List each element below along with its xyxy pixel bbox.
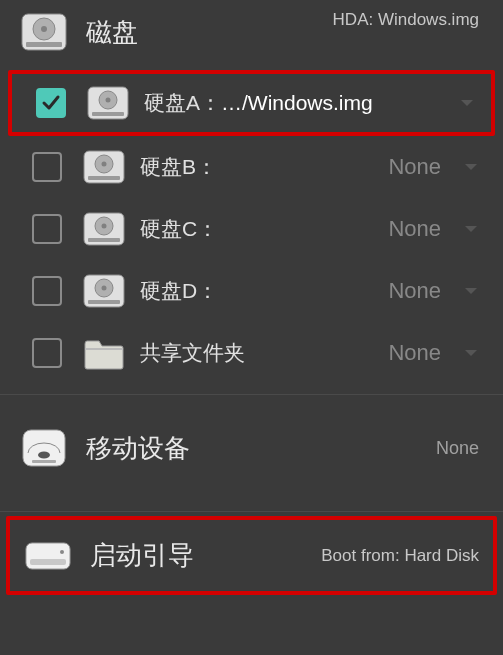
svg-point-6 (106, 98, 111, 103)
boot-title: 启动引导 (90, 538, 321, 573)
svg-rect-7 (92, 112, 124, 116)
disk-a-checkbox[interactable] (36, 88, 66, 118)
folder-icon (82, 335, 126, 371)
disk-b-label: 硬盘B： (140, 153, 217, 181)
svg-point-14 (102, 224, 107, 229)
disk-c-checkbox[interactable] (32, 214, 62, 244)
disk-b-value: None (388, 154, 441, 180)
shared-folder-checkbox[interactable] (32, 338, 62, 368)
disk-row-c[interactable]: 硬盘C： None (0, 198, 503, 260)
hard-disk-icon (82, 149, 126, 185)
disk-d-checkbox[interactable] (32, 276, 62, 306)
svg-rect-19 (88, 300, 120, 304)
shared-folder-value: None (388, 340, 441, 366)
boot-section-header[interactable]: 启动引导 Boot from: Hard Disk (6, 516, 497, 595)
disk-c-value: None (388, 216, 441, 242)
disk-d-label: 硬盘D： (140, 277, 218, 305)
removable-section-header[interactable]: 移动设备 None (0, 395, 503, 501)
chevron-down-icon[interactable] (461, 346, 481, 360)
disk-row-d[interactable]: 硬盘D： None (0, 260, 503, 322)
hard-disk-icon (20, 12, 68, 52)
svg-rect-23 (32, 460, 56, 463)
check-icon (41, 93, 61, 113)
chevron-down-icon[interactable] (461, 284, 481, 298)
svg-point-22 (38, 452, 50, 459)
svg-rect-20 (85, 348, 123, 350)
svg-point-2 (41, 26, 47, 32)
svg-point-10 (102, 162, 107, 167)
hard-disk-icon (82, 211, 126, 247)
disk-a-value: …/Windows.img (221, 91, 443, 115)
removable-title: 移动设备 (86, 431, 436, 466)
svg-point-18 (102, 286, 107, 291)
disks-section-header[interactable]: 磁盘 HDA: Windows.img (0, 0, 503, 70)
disk-b-checkbox[interactable] (32, 152, 62, 182)
shared-folder-label: 共享文件夹 (140, 339, 245, 367)
disk-c-label: 硬盘C： (140, 215, 218, 243)
removable-value: None (436, 438, 479, 459)
chevron-down-icon[interactable] (461, 222, 481, 236)
chevron-down-icon[interactable] (461, 160, 481, 174)
chevron-down-icon[interactable] (457, 96, 477, 110)
boot-subtitle: Boot from: Hard Disk (321, 546, 479, 566)
drive-icon (24, 539, 72, 573)
disk-a-label: 硬盘A： (144, 89, 221, 117)
svg-point-26 (60, 550, 64, 554)
disk-d-value: None (388, 278, 441, 304)
section-divider (0, 511, 503, 512)
shared-folder-row[interactable]: 共享文件夹 None (0, 322, 503, 384)
optical-drive-icon (20, 427, 68, 469)
hard-disk-icon (82, 273, 126, 309)
svg-rect-3 (26, 42, 62, 47)
svg-rect-25 (30, 559, 66, 565)
svg-rect-15 (88, 238, 120, 242)
svg-rect-24 (26, 543, 70, 569)
disks-subtitle: HDA: Windows.img (333, 10, 479, 30)
disk-row-b[interactable]: 硬盘B： None (0, 136, 503, 198)
hard-disk-icon (86, 85, 130, 121)
svg-rect-11 (88, 176, 120, 180)
disk-row-a[interactable]: 硬盘A： …/Windows.img (8, 70, 495, 136)
